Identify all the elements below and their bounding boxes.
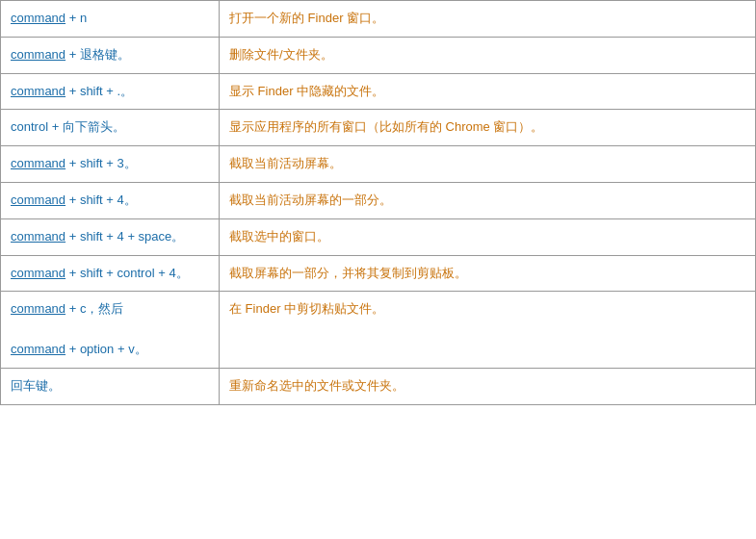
shortcut-description: 在 Finder 中剪切粘贴文件。 xyxy=(220,292,756,368)
shortcut-key: command + shift + control + 4。 xyxy=(1,255,220,292)
table-row: control + 向下箭头。显示应用程序的所有窗口（比如所有的 Chrome … xyxy=(1,110,756,146)
shortcut-description: 截取当前活动屏幕的一部分。 xyxy=(220,182,756,218)
table-row: command + 退格键。删除文件/文件夹。 xyxy=(1,37,756,73)
shortcuts-table: command + n打开一个新的 Finder 窗口。command + 退格… xyxy=(0,0,756,405)
shortcut-text: 回车键。 xyxy=(11,378,61,393)
shortcut-text: command + shift + 4 + space。 xyxy=(11,229,184,244)
shortcut-description: 显示应用程序的所有窗口（比如所有的 Chrome 窗口）。 xyxy=(220,110,756,146)
shortcut-description: 打开一个新的 Finder 窗口。 xyxy=(220,1,756,38)
shortcut-text: command + shift + 3。 xyxy=(11,156,137,170)
table-row: command + shift + 3。截取当前活动屏幕。 xyxy=(1,146,756,183)
shortcut-text: command + shift + 4。 xyxy=(11,192,137,207)
shortcut-text: command + c，然后 xyxy=(11,301,123,316)
shortcut-description: 删除文件/文件夹。 xyxy=(220,37,756,73)
shortcut-text: command + n xyxy=(11,11,87,25)
shortcut-key: command + n xyxy=(1,1,220,38)
shortcut-key: command + shift + 4 + space。 xyxy=(1,218,220,255)
table-row: command + shift + .。显示 Finder 中隐藏的文件。 xyxy=(1,73,756,110)
shortcut-description: 截取选中的窗口。 xyxy=(220,218,756,255)
shortcut-key: command + shift + .。 xyxy=(1,73,220,110)
shortcut-key: control + 向下箭头。 xyxy=(1,110,220,146)
table-row: command + shift + control + 4。截取屏幕的一部分，并… xyxy=(1,255,756,292)
shortcut-description: 截取屏幕的一部分，并将其复制到剪贴板。 xyxy=(220,255,756,292)
shortcut-text: command + shift + .。 xyxy=(11,84,133,98)
shortcut-key: command + shift + 4。 xyxy=(1,182,220,218)
shortcut-text: control + 向下箭头。 xyxy=(11,119,125,134)
table-row: command + c，然后command + option + v。在 Fin… xyxy=(1,292,756,368)
table-row: command + shift + 4。截取当前活动屏幕的一部分。 xyxy=(1,182,756,218)
shortcut-description: 截取当前活动屏幕。 xyxy=(220,146,756,183)
shortcut-key: command + shift + 3。 xyxy=(1,146,220,183)
shortcut-key: command + 退格键。 xyxy=(1,37,220,73)
table-row: command + shift + 4 + space。截取选中的窗口。 xyxy=(1,218,756,255)
shortcut-key: 回车键。 xyxy=(1,368,220,404)
shortcut-text: command + option + v。 xyxy=(11,342,147,356)
shortcut-text: command + shift + control + 4。 xyxy=(11,266,189,280)
shortcut-description: 重新命名选中的文件或文件夹。 xyxy=(220,368,756,404)
shortcut-text: command + 退格键。 xyxy=(11,47,130,62)
table-row: 回车键。重新命名选中的文件或文件夹。 xyxy=(1,368,756,404)
table-row: command + n打开一个新的 Finder 窗口。 xyxy=(1,1,756,38)
shortcut-description: 显示 Finder 中隐藏的文件。 xyxy=(220,73,756,110)
shortcut-key: command + c，然后command + option + v。 xyxy=(1,292,220,368)
